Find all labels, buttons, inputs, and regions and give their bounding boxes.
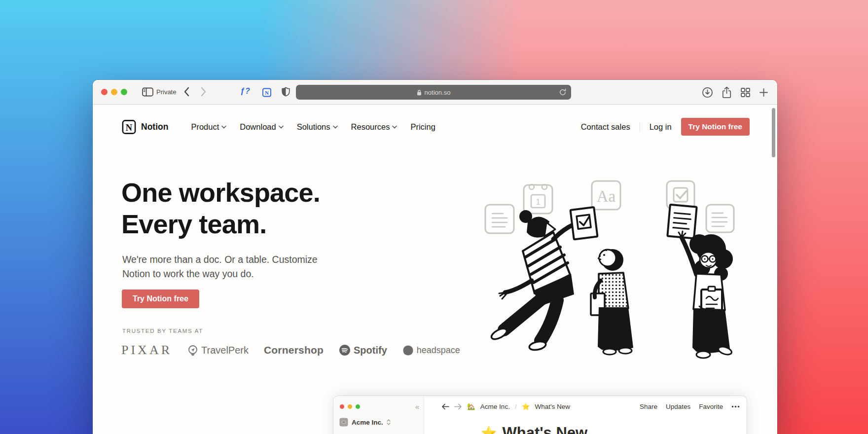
log-in-link[interactable]: Log in [650,122,672,132]
reload-icon[interactable] [559,88,567,96]
contact-sales-link[interactable]: Contact sales [581,122,630,132]
breadcrumb-workspace: Acme Inc. [480,403,510,410]
app-window-controls [340,404,360,409]
calendar-icon: 1 [524,184,552,214]
share-action: Share [640,403,657,410]
page-emoji: ⭐ [522,402,530,410]
app-sidebar: « Acme Inc. Quick Find [333,396,424,434]
headspace-logo: headspace [402,345,460,356]
trusted-by-label: TRUSTED BY TEAMS AT [122,328,203,334]
svg-text:N: N [126,122,133,132]
person-left [490,207,597,351]
document-icon [706,205,734,232]
brand-name: Notion [141,122,168,132]
safari-window: Private ƒ? N notion.so [93,80,777,434]
nav-item-pricing[interactable]: Pricing [410,122,435,132]
hero-try-notion-free-button[interactable]: Try Notion free [122,289,199,308]
workspace-name: Acme Inc. [352,419,383,426]
svg-text:Aa: Aa [597,187,616,205]
privacy-shield-icon[interactable] [282,87,290,97]
chevron-down-icon [392,125,397,129]
chevron-down-icon [333,125,338,129]
hero-illustration: 1 Aa [480,177,737,362]
travelperk-logo-icon [187,345,198,356]
hero-title: One workspace. Every team. [121,177,320,240]
breadcrumb-page: What's New [535,403,571,410]
nav-item-solutions[interactable]: Solutions [297,122,338,132]
customer-logos: PIXAR TravelPerk Cornershop Spotify head… [121,340,460,361]
fullscreen-button[interactable] [121,89,127,95]
workspace-logo-icon [339,418,348,427]
sidebar-collapse-icon: « [415,402,418,411]
updates-action: Updates [666,403,690,410]
nav-divider [640,122,640,132]
forward-button[interactable] [201,87,207,97]
document-icon [485,205,514,233]
svg-text:N: N [265,90,269,96]
notion-logo-icon: N [121,119,137,135]
breadcrumb-separator: / [515,403,517,410]
cornershop-logo: Cornershop [264,344,324,356]
more-options-icon [731,405,740,408]
chevron-down-icon [221,125,226,129]
forward-arrow-icon [454,403,462,410]
nav-item-product[interactable]: Product [191,122,226,132]
chevron-down-icon [279,125,284,129]
function-extension-icon[interactable]: ƒ? [240,87,251,96]
new-tab-icon[interactable] [759,88,768,97]
text-style-icon: Aa [592,181,620,210]
workspace-switch-icon [387,419,391,425]
sidebar-toggle-icon[interactable] [142,87,153,97]
spotify-logo: Spotify [339,344,387,356]
try-notion-free-button[interactable]: Try Notion free [681,118,750,136]
spotify-logo-icon [339,344,351,356]
headspace-logo-icon [402,345,414,356]
person-right [667,205,733,358]
close-button [340,404,344,409]
notion-extension-icon[interactable]: N [262,87,272,98]
toolbar-right-icons [702,86,768,99]
app-page-heading: ⭐ What's New [481,424,587,434]
svg-text:1: 1 [536,197,540,207]
workspace-emoji: 🏡 [467,402,475,410]
share-icon[interactable] [722,86,732,99]
notion-app-preview: « Acme Inc. Quick Find 🏡 Acme Inc. / ⭐ [333,396,747,434]
nav-menu: Product Download Solutions Resources Pri… [191,122,435,132]
url-text: notion.so [425,89,451,96]
hero-title-line2: Every team. [121,209,320,240]
person-middle [591,249,633,355]
address-bar[interactable]: notion.so [296,85,571,100]
app-actions: Share Updates Favorite [640,403,740,410]
hero-title-line1: One workspace. [121,177,320,209]
fullscreen-button [356,404,360,409]
notion-homepage: N Notion Product Download Solutions Reso… [93,105,777,434]
downloads-icon[interactable] [702,87,713,98]
lock-icon [417,89,422,96]
checkbox-paper [571,207,598,239]
back-button[interactable] [183,87,189,97]
nav-right: Contact sales Log in Try Notion free [581,118,750,136]
browser-toolbar: Private ƒ? N notion.so [93,80,777,105]
minimize-button [348,404,352,409]
nav-item-download[interactable]: Download [240,122,283,132]
page-scrollbar-thumb[interactable] [772,108,775,157]
private-label: Private [156,88,176,96]
hero-subtitle: We're more than a doc. Or a table. Custo… [122,253,318,282]
window-controls [101,89,127,95]
heading-emoji: ⭐ [481,426,497,434]
tab-overview-icon[interactable] [740,87,751,98]
minimize-button[interactable] [111,89,117,95]
workspace-switcher: Acme Inc. [339,418,391,427]
site-navigation: N Notion Product Download Solutions Reso… [121,105,750,148]
back-arrow-icon [441,403,449,410]
app-topbar: 🏡 Acme Inc. / ⭐ What's New Share Updates… [425,396,747,417]
pixar-logo: PIXAR [121,343,172,358]
travelperk-logo: TravelPerk [187,345,249,356]
nav-item-resources[interactable]: Resources [351,122,398,132]
favorite-action: Favorite [699,403,723,410]
close-button[interactable] [101,89,108,95]
notion-brand[interactable]: N Notion [121,119,168,135]
